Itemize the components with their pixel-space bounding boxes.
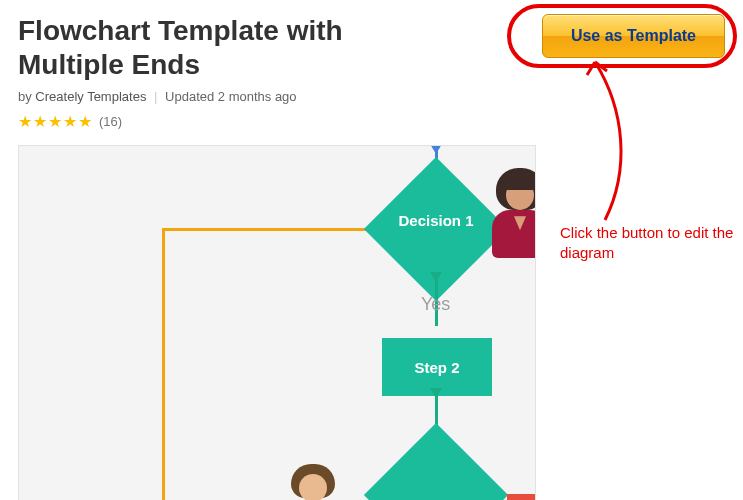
- flow-branch-line: [162, 228, 165, 500]
- annotation-text: Click the button to edit the diagram: [560, 223, 735, 262]
- star-rating-icon: ★★★★★: [18, 112, 93, 131]
- flow-edge-label-yes: Yes: [421, 294, 450, 315]
- flow-branch-line: [162, 228, 367, 231]
- updated-text: Updated 2 months ago: [165, 89, 297, 104]
- by-label: by: [18, 89, 32, 104]
- author-name: Creately Templates: [35, 89, 146, 104]
- flow-decision-label: Decision 1: [381, 212, 491, 229]
- page-title: Flowchart Template with Multiple Ends: [18, 14, 438, 81]
- rating-count: (16): [99, 114, 122, 129]
- use-as-template-button[interactable]: Use as Template: [542, 14, 725, 58]
- person-avatar-icon: [494, 168, 536, 268]
- template-meta: by Creately Templates | Updated 2 months…: [18, 89, 438, 104]
- diagram-canvas[interactable]: Decision 1 Yes Step 2: [18, 145, 536, 500]
- flow-step-label: Step 2: [414, 359, 459, 376]
- meta-separator: |: [154, 89, 157, 104]
- flow-partial-shape: [507, 494, 535, 500]
- flow-decision-node[interactable]: [364, 423, 508, 500]
- person-avatar-icon: [287, 464, 347, 500]
